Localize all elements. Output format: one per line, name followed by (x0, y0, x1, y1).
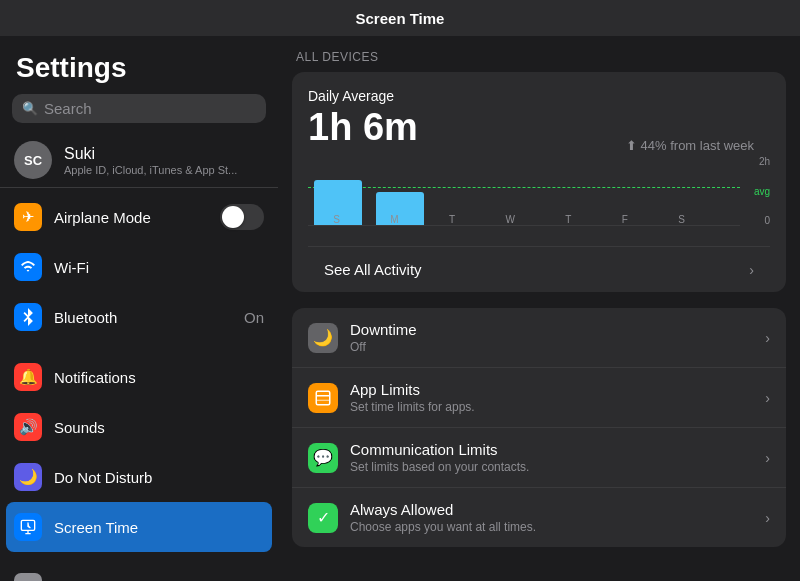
sidebar-item-label-airplane: Airplane Mode (54, 209, 208, 226)
chart-x-labels: S M T W T F S (308, 214, 710, 225)
app-limits-icon (308, 383, 338, 413)
sounds-icon: 🔊 (14, 413, 42, 441)
daily-avg-header: Daily Average 1h 6m ⬆ 44% from last week (308, 88, 770, 146)
sidebar-item-label-screen-time: Screen Time (54, 519, 264, 536)
search-bar[interactable]: 🔍 Search (12, 94, 266, 123)
user-row[interactable]: SC Suki Apple ID, iCloud, iTunes & App S… (0, 133, 278, 188)
see-all-chevron: › (749, 262, 754, 278)
screen-time-icon (14, 513, 42, 541)
x-label-f: F (622, 214, 628, 225)
airplane-toggle-knob (222, 206, 244, 228)
y-label-0: 0 (742, 215, 770, 226)
list-item-always-allowed[interactable]: ✓ Always Allowed Choose apps you want at… (292, 487, 786, 547)
x-label-s1: S (333, 214, 340, 225)
bluetooth-icon (14, 303, 42, 331)
top-bar-title: Screen Time (356, 10, 445, 27)
settings-list-card: 🌙 Downtime Off › App Limits (292, 308, 786, 547)
comm-limits-icon: 💬 (308, 443, 338, 473)
daily-avg-label: Daily Average (308, 88, 770, 104)
list-item-comm-limits[interactable]: 💬 Communication Limits Set limits based … (292, 427, 786, 487)
sidebar-item-wifi[interactable]: Wi-Fi (0, 242, 278, 292)
wifi-icon (14, 253, 42, 281)
downtime-icon: 🌙 (308, 323, 338, 353)
svg-rect-1 (316, 391, 330, 405)
change-text: 44% from last week (641, 138, 754, 153)
downtime-chevron: › (765, 330, 770, 346)
user-info: Suki Apple ID, iCloud, iTunes & App St..… (64, 145, 237, 176)
sidebar-group-connectivity: ✈ Airplane Mode Wi-Fi (0, 192, 278, 342)
sidebar-item-general[interactable]: ⚙ General (0, 562, 278, 581)
always-allowed-title: Always Allowed (350, 501, 753, 518)
app-limits-text: App Limits Set time limits for apps. (350, 381, 753, 414)
x-label-t2: T (565, 214, 571, 225)
sidebar-group-preferences: 🔔 Notifications 🔊 Sounds 🌙 Do Not Distur… (0, 352, 278, 552)
sidebar-item-airplane-mode[interactable]: ✈ Airplane Mode (0, 192, 278, 242)
x-label-s2: S (678, 214, 685, 225)
x-label-w: W (505, 214, 514, 225)
section-label-all-devices: ALL DEVICES (292, 50, 786, 64)
x-label-t1: T (449, 214, 455, 225)
downtime-subtitle: Off (350, 340, 753, 354)
user-name: Suki (64, 145, 237, 163)
search-input[interactable]: Search (44, 100, 92, 117)
sidebar-item-label-wifi: Wi-Fi (54, 259, 264, 276)
chart-area: S M T W T F S (308, 156, 740, 226)
search-icon: 🔍 (22, 101, 38, 116)
daily-avg-change: ⬆ 44% from last week (626, 138, 754, 153)
always-allowed-icon: ✓ (308, 503, 338, 533)
downtime-title: Downtime (350, 321, 753, 338)
top-bar: Screen Time (0, 0, 800, 36)
sidebar-item-label-notifications: Notifications (54, 369, 264, 386)
general-icon: ⚙ (14, 573, 42, 581)
see-all-label: See All Activity (324, 261, 422, 278)
app-limits-title: App Limits (350, 381, 753, 398)
always-allowed-text: Always Allowed Choose apps you want at a… (350, 501, 753, 534)
sidebar-item-bluetooth[interactable]: Bluetooth On (0, 292, 278, 342)
change-icon: ⬆ (626, 138, 637, 153)
sidebar-item-screen-time[interactable]: Screen Time (6, 502, 272, 552)
comm-limits-chevron: › (765, 450, 770, 466)
daily-average-card: Daily Average 1h 6m ⬆ 44% from last week (292, 72, 786, 292)
sidebar-item-notifications[interactable]: 🔔 Notifications (0, 352, 278, 402)
sidebar-item-sounds[interactable]: 🔊 Sounds (0, 402, 278, 452)
app-limits-subtitle: Set time limits for apps. (350, 400, 753, 414)
app-limits-chevron: › (765, 390, 770, 406)
main-layout: Settings 🔍 Search SC Suki Apple ID, iClo… (0, 36, 800, 581)
sidebar-title: Settings (0, 36, 278, 94)
user-subtitle: Apple ID, iCloud, iTunes & App St... (64, 164, 237, 176)
x-label-m: M (390, 214, 398, 225)
notifications-icon: 🔔 (14, 363, 42, 391)
chart-container: S M T W T F S 2h avg 0 (308, 156, 770, 246)
y-label-avg: avg (742, 186, 770, 197)
list-item-downtime[interactable]: 🌙 Downtime Off › (292, 308, 786, 367)
sidebar-item-label-sounds: Sounds (54, 419, 264, 436)
content-area: ALL DEVICES Daily Average 1h 6m ⬆ 44% fr… (278, 36, 800, 581)
chart-y-labels: 2h avg 0 (742, 156, 770, 226)
list-item-app-limits[interactable]: App Limits Set time limits for apps. › (292, 367, 786, 427)
comm-limits-text: Communication Limits Set limits based on… (350, 441, 753, 474)
comm-limits-subtitle: Set limits based on your contacts. (350, 460, 753, 474)
always-allowed-chevron: › (765, 510, 770, 526)
sidebar-item-do-not-disturb[interactable]: 🌙 Do Not Disturb (0, 452, 278, 502)
see-all-activity-row[interactable]: See All Activity › (308, 246, 770, 292)
downtime-text: Downtime Off (350, 321, 753, 354)
airplane-toggle[interactable] (220, 204, 264, 230)
sidebar-item-bluetooth-value: On (244, 309, 264, 326)
airplane-mode-icon: ✈ (14, 203, 42, 231)
sidebar-item-label-bluetooth: Bluetooth (54, 309, 232, 326)
avatar: SC (14, 141, 52, 179)
do-not-disturb-icon: 🌙 (14, 463, 42, 491)
always-allowed-subtitle: Choose apps you want at all times. (350, 520, 753, 534)
sidebar: Settings 🔍 Search SC Suki Apple ID, iClo… (0, 36, 278, 581)
comm-limits-title: Communication Limits (350, 441, 753, 458)
sidebar-item-label-dnd: Do Not Disturb (54, 469, 264, 486)
y-label-2h: 2h (742, 156, 770, 167)
